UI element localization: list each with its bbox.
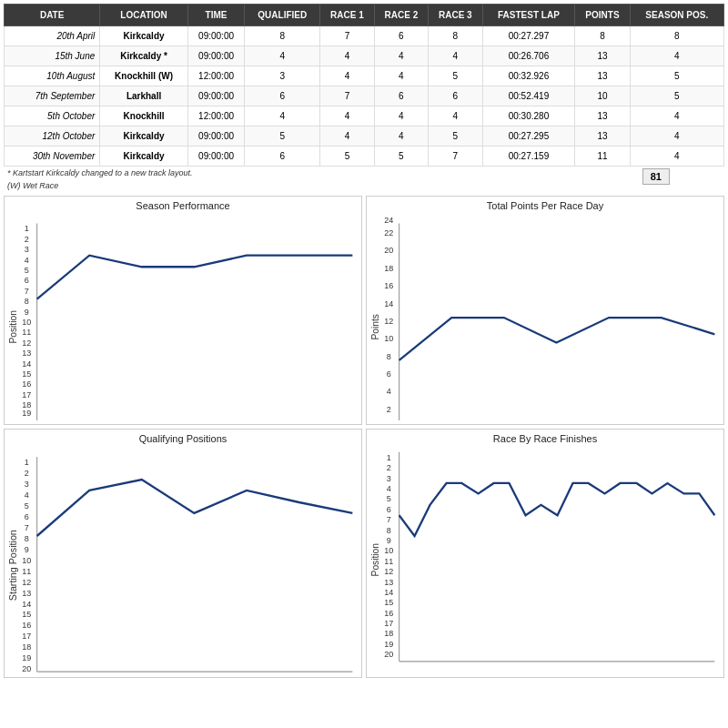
cell-race2: 6 [374,86,428,106]
svg-text:7: 7 [387,515,391,524]
svg-text:2: 2 [25,235,29,244]
svg-text:1: 1 [25,224,29,233]
cell-race3: 4 [429,106,482,126]
svg-text:24: 24 [384,216,393,225]
svg-text:3: 3 [387,474,391,483]
cell-points: 11 [575,147,630,167]
cell-season-pos: 4 [630,147,723,167]
svg-text:22: 22 [384,228,393,238]
cell-points: 8 [575,26,630,46]
cell-fastest-lap: 00:30.280 [482,106,575,126]
cell-date: 15th June [5,46,100,66]
total-points-area: 0 2 4 6 8 10 12 14 16 18 20 22 24 Points… [370,213,720,420]
col-header-time: TIME [187,5,245,26]
cell-fastest-lap: 00:27.297 [482,26,575,46]
col-header-season-pos: SEASON POS. [630,5,723,26]
table-row: 30th November Kirkcaldy 09:00:00 6 5 5 7… [5,147,724,167]
svg-text:4: 4 [387,387,391,396]
qualifying-area: 1 2 3 4 5 6 7 8 9 10 11 12 13 14 15 16 1… [8,446,358,673]
cell-qualified: 6 [245,86,320,106]
cell-date: 10th August [5,66,100,86]
cell-points: 13 [575,46,630,66]
svg-text:15: 15 [22,369,31,379]
cell-race3: 4 [429,46,482,66]
table-row: 5th October Knockhill 12:00:00 4 4 4 4 0… [5,106,724,126]
svg-text:12: 12 [22,339,31,348]
cell-race3: 7 [429,147,482,167]
cell-race2: 4 [374,66,428,86]
cell-qualified: 8 [245,26,320,46]
svg-text:9: 9 [25,545,29,554]
cell-race1: 4 [320,106,374,126]
svg-text:15: 15 [22,610,31,619]
svg-text:4: 4 [387,484,391,493]
cell-time: 09:00:00 [187,126,245,147]
cell-season-pos: 4 [630,46,723,66]
svg-text:Position: Position [8,310,18,343]
table-row: 10th August Knockhill (W) 12:00:00 3 4 4… [5,66,724,86]
svg-text:10: 10 [384,334,393,343]
svg-text:6: 6 [25,512,29,521]
svg-text:19: 19 [22,409,31,418]
svg-text:2: 2 [387,463,391,472]
svg-text:12: 12 [384,317,393,326]
season-performance-chart: Season Performance 1 2 3 4 5 6 7 8 9 10 … [4,196,362,425]
cell-points: 13 [575,66,630,86]
svg-text:11: 11 [384,557,393,566]
qualifying-positions-chart: Qualifying Positions 1 2 3 4 5 6 7 8 9 1… [4,429,362,678]
cell-race1: 7 [320,86,374,106]
cell-time: 09:00:00 [187,147,245,167]
svg-text:8: 8 [387,352,391,361]
cell-fastest-lap: 00:26.706 [482,46,575,66]
total-points-chart: Total Points Per Race Day 0 2 4 6 8 10 1… [366,196,724,425]
svg-text:10: 10 [22,555,31,564]
col-header-location: LOCATION [100,5,187,26]
cell-fastest-lap: 00:52.419 [482,86,575,106]
col-header-fastest-lap: FASTEST LAP [482,5,575,26]
cell-date: 30th November [5,147,100,167]
svg-text:1: 1 [25,458,29,467]
svg-text:3: 3 [25,245,29,254]
svg-text:20: 20 [22,419,31,420]
svg-text:18: 18 [384,629,393,638]
cell-season-pos: 5 [630,66,723,86]
svg-text:Position: Position [370,543,380,576]
svg-text:3: 3 [25,480,29,489]
svg-text:Starting Position: Starting Position [8,530,18,601]
col-header-race2: RACE 2 [374,5,428,26]
cell-race2: 5 [374,147,428,167]
svg-text:14: 14 [384,588,393,597]
cell-location: Kirkcaldy * [100,46,187,66]
cell-race1: 4 [320,46,374,66]
cell-season-pos: 4 [630,106,723,126]
table-row: 15th June Kirkcaldy * 09:00:00 4 4 4 4 0… [5,46,724,66]
cell-season-pos: 5 [630,86,723,106]
svg-text:10: 10 [384,546,393,555]
col-header-race3: RACE 3 [429,5,482,26]
cell-time: 09:00:00 [187,46,245,66]
svg-text:14: 14 [22,359,31,369]
cell-season-pos: 4 [630,126,723,147]
svg-text:10: 10 [22,318,31,327]
cell-race3: 5 [429,66,482,86]
svg-text:17: 17 [22,632,31,641]
svg-text:19: 19 [22,653,31,662]
cell-race1: 7 [320,26,374,46]
svg-text:20: 20 [384,246,393,255]
table-row: 12th October Kirkcaldy 09:00:00 5 4 4 5 … [5,126,724,147]
svg-text:5: 5 [387,494,391,503]
cell-time: 12:00:00 [187,106,245,126]
svg-text:16: 16 [22,379,31,389]
cell-season-pos: 8 [630,26,723,46]
cell-qualified: 5 [245,126,320,147]
race-finishes-title: Race By Race Finishes [370,433,720,444]
svg-text:19: 19 [384,640,393,649]
cell-race2: 4 [374,46,428,66]
svg-text:13: 13 [384,577,393,586]
svg-text:17: 17 [22,390,31,399]
footnote-1: * Kartstart Kirkcaldy changed to a new t… [4,167,197,179]
season-performance-area: 1 2 3 4 5 6 7 8 9 10 11 12 13 14 15 16 1… [8,213,358,420]
svg-text:7: 7 [25,523,29,532]
cell-date: 7th September [5,86,100,106]
total-points-cell: 81 [642,169,669,185]
